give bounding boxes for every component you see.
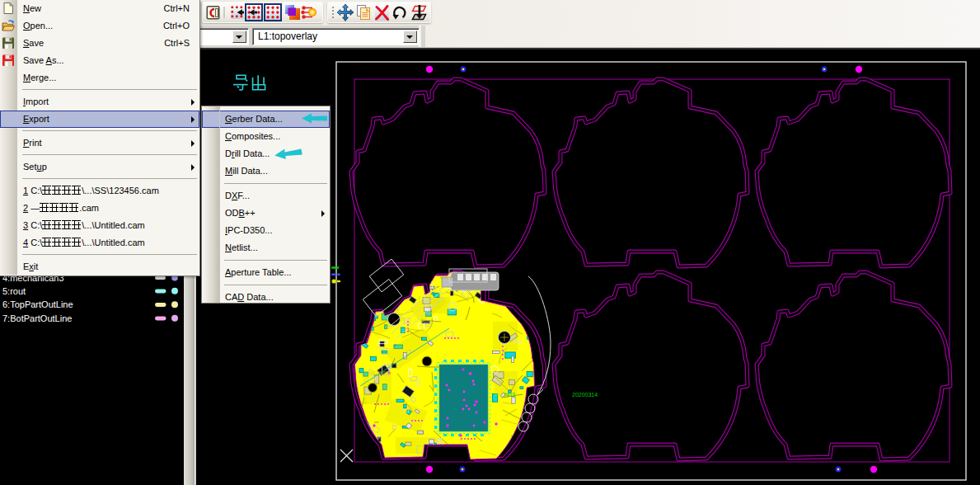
svg-text:N03: N03 xyxy=(504,392,515,398)
svg-text:20200314: 20200314 xyxy=(572,392,598,398)
svg-text:7:BotPartOutLine: 7:BotPartOutLine xyxy=(2,313,72,323)
svg-text:6:TopPartOutLine: 6:TopPartOutLine xyxy=(2,299,73,309)
svg-text:5:rout: 5:rout xyxy=(2,286,26,296)
